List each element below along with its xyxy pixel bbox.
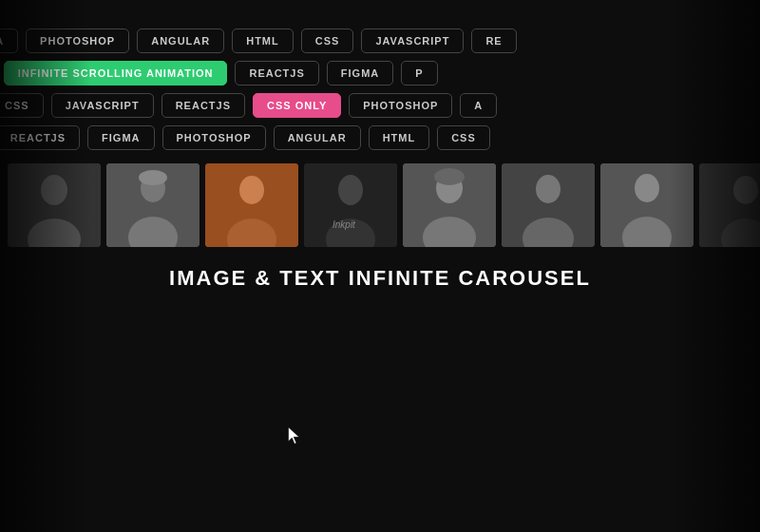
tag-row-4: T REACTJS FIGMA PHOTOSHOP ANGULAR HTML C… (0, 125, 712, 150)
svg-point-20 (536, 175, 560, 203)
tag-a: A (460, 93, 497, 118)
main-container: MA PHOTOSHOP ANGULAR HTML CSS JAVASCRIPT… (0, 0, 760, 532)
main-title: IMAGE & TEXT INFINITE CAROUSEL (169, 266, 591, 291)
tag-angular-r4: ANGULAR (274, 125, 361, 150)
tag-html-r1: HTML (232, 28, 294, 53)
image-card-8 (699, 163, 760, 247)
tag-reactjs-r2: REACTJS (235, 61, 318, 86)
image-card-6 (502, 163, 595, 247)
tag-photoshop-r3: PHOTOSHOP (349, 93, 452, 118)
svg-point-12 (338, 175, 363, 205)
image-card-5 (403, 163, 496, 247)
svg-point-23 (635, 174, 659, 202)
cursor-icon (285, 426, 304, 445)
tag-row-1: MA PHOTOSHOP ANGULAR HTML CSS JAVASCRIPT… (0, 28, 732, 53)
image-card-3 (205, 163, 298, 247)
svg-point-6 (139, 170, 167, 185)
tag-photoshop-r1: PHOTOSHOP (26, 28, 129, 53)
image-card-1 (8, 163, 101, 247)
image-carousel: Inkpit (0, 163, 760, 247)
svg-point-18 (434, 168, 465, 185)
svg-point-9 (239, 176, 264, 204)
image-card-2 (106, 163, 200, 247)
tag-javascript-r3: JAVASCRIPT (51, 93, 154, 118)
tag-css-r3: CSS (0, 93, 44, 118)
tag-html-r4: HTML (369, 125, 430, 150)
tag-css-r1: CSS (301, 28, 354, 53)
tags-section: MA PHOTOSHOP ANGULAR HTML CSS JAVASCRIPT… (0, 0, 760, 150)
tag-infinite-scrolling: INFINITE SCROLLING ANIMATION (4, 61, 228, 86)
svg-point-1 (41, 175, 67, 205)
tag-reactjs-r4: REACTJS (0, 125, 80, 150)
tag-figma-r4: FIGMA (87, 125, 154, 150)
tag-re: RE (471, 28, 516, 53)
tag-angular-r1: ANGULAR (137, 28, 224, 53)
svg-point-26 (733, 176, 758, 204)
tag-row-3: CSS JAVASCRIPT REACTJS CSS ONLY PHOTOSHO… (0, 93, 750, 118)
tag-photoshop-r4: PHOTOSHOP (162, 125, 266, 150)
image-card-4: Inkpit (304, 163, 397, 247)
image-card-7 (600, 163, 694, 247)
tag-row-2: CSS INFINITE SCROLLING ANIMATION REACTJS… (0, 61, 703, 86)
tag-css-only: CSS ONLY (253, 93, 341, 118)
tag-css-r4: CSS (437, 125, 490, 150)
tag-javascript-r1: JAVASCRIPT (361, 28, 464, 53)
tag-figma-r2: FIGMA (327, 61, 393, 86)
title-section: IMAGE & TEXT INFINITE CAROUSEL (169, 266, 591, 291)
tag-reactjs-r3: REACTJS (162, 93, 245, 118)
tag-p: P (401, 61, 437, 86)
tag-ma: MA (0, 28, 18, 53)
svg-text:Inkpit: Inkpit (332, 219, 356, 230)
